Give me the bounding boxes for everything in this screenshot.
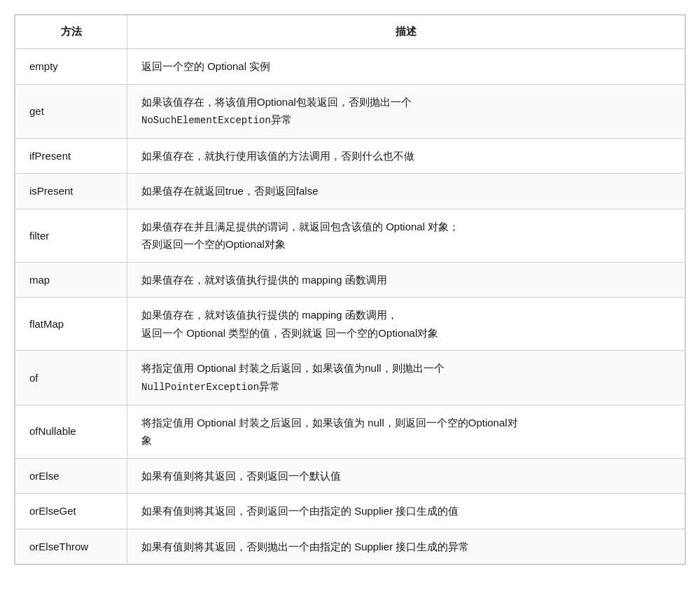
method-cell: get [15,84,127,138]
table-row: ofNullable将指定值用 Optional 封装之后返回，如果该值为 nu… [15,405,685,458]
table-row: filter如果值存在并且满足提供的谓词，就返回包含该值的 Optional 对… [15,209,685,262]
desc-cell: 如果值存在，就对该值执行提供的 mapping 函数调用，返回一个 Option… [127,298,685,351]
desc-cell: 如果该值存在，将该值用Optional包装返回，否则抛出一个NoSuchElem… [127,84,685,138]
desc-cell: 将指定值用 Optional 封装之后返回，如果该值为null，则抛出一个Nul… [127,351,685,405]
header-desc: 描述 [127,15,685,49]
method-cell: flatMap [15,298,127,351]
table-row: map如果值存在，就对该值执行提供的 mapping 函数调用 [15,262,685,298]
method-cell: of [15,351,127,405]
table-row: get如果该值存在，将该值用Optional包装返回，否则抛出一个NoSuchE… [15,84,685,138]
methods-table: 方法 描述 empty返回一个空的 Optional 实例get如果该值存在，将… [15,15,685,564]
header-method: 方法 [15,15,127,49]
table-body: empty返回一个空的 Optional 实例get如果该值存在，将该值用Opt… [15,49,685,564]
table-row: orElseThrow如果有值则将其返回，否则抛出一个由指定的 Supplier… [15,529,685,564]
desc-cell: 如果有值则将其返回，否则抛出一个由指定的 Supplier 接口生成的异常 [127,529,685,564]
table-row: isPresent如果值存在就返回true，否则返回false [15,174,685,209]
desc-cell: 如果值存在，就对该值执行提供的 mapping 函数调用 [127,262,685,298]
desc-cell: 如果值存在就返回true，否则返回false [127,174,685,209]
table-row: of将指定值用 Optional 封装之后返回，如果该值为null，则抛出一个N… [15,351,685,405]
method-cell: isPresent [15,174,127,209]
method-cell: ifPresent [15,138,127,174]
method-cell: filter [15,209,127,262]
desc-cell: 如果值存在并且满足提供的谓词，就返回包含该值的 Optional 对象；否则返回… [127,209,685,262]
table-row: orElseGet如果有值则将其返回，否则返回一个由指定的 Supplier 接… [15,494,685,529]
desc-cell: 返回一个空的 Optional 实例 [127,49,685,85]
table-row: ifPresent如果值存在，就执行使用该值的方法调用，否则什么也不做 [15,138,685,174]
desc-cell: 将指定值用 Optional 封装之后返回，如果该值为 null，则返回一个空的… [127,405,685,458]
table-header-row: 方法 描述 [15,15,685,49]
table-row: empty返回一个空的 Optional 实例 [15,49,685,85]
method-cell: orElse [15,458,127,494]
desc-cell: 如果值存在，就执行使用该值的方法调用，否则什么也不做 [127,138,685,174]
desc-cell: 如果有值则将其返回，否则返回一个由指定的 Supplier 接口生成的值 [127,494,685,529]
main-table-container: 方法 描述 empty返回一个空的 Optional 实例get如果该值存在，将… [14,14,686,565]
table-row: orElse如果有值则将其返回，否则返回一个默认值 [15,458,685,494]
method-cell: orElseGet [15,494,127,529]
table-row: flatMap如果值存在，就对该值执行提供的 mapping 函数调用，返回一个… [15,298,685,351]
method-cell: empty [15,49,127,85]
method-cell: ofNullable [15,405,127,458]
method-cell: orElseThrow [15,529,127,564]
method-cell: map [15,262,127,298]
desc-cell: 如果有值则将其返回，否则返回一个默认值 [127,458,685,494]
